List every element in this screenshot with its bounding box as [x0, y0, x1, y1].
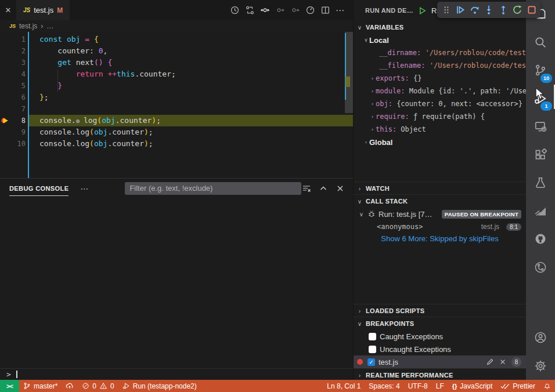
settings-gear-icon[interactable] — [526, 352, 555, 380]
code-line-6[interactable]: 6}; — [0, 92, 353, 103]
code-line-1[interactable]: 1const obj = { — [0, 34, 353, 45]
code-line-4[interactable]: 4 return ++this.counter; — [0, 68, 353, 80]
notifications-bell-icon[interactable] — [539, 380, 555, 392]
continue-alt-icon[interactable] — [290, 5, 300, 15]
maximize-panel-icon[interactable] — [319, 184, 328, 193]
open-changes-icon[interactable] — [245, 5, 255, 15]
gutter-3[interactable]: 3 — [0, 57, 28, 68]
timeline-history-icon[interactable] — [230, 5, 240, 15]
gutter-9[interactable]: 9 — [0, 126, 28, 138]
debug-console-input[interactable]: > — [0, 368, 353, 380]
problems-item[interactable]: 0 0 — [78, 380, 118, 392]
gutter-10[interactable]: 10 — [0, 138, 28, 150]
code-line-5[interactable]: 5 } — [0, 80, 353, 92]
remote-explorer-icon[interactable] — [526, 112, 555, 141]
breakpoint-row-Uncaught Exceptions[interactable]: Uncaught Exceptions — [354, 343, 526, 355]
show-more-link[interactable]: Show 6 More: Skipped by skipFiles — [354, 233, 526, 245]
start-debug-icon[interactable] — [418, 6, 427, 15]
gutter-8[interactable]: 8 — [0, 115, 28, 126]
breakpoint-checkbox[interactable]: ✓ — [367, 358, 375, 366]
variable-row-require[interactable]: ›require: ƒ require(path) { — [354, 110, 526, 123]
scrollbar-slider[interactable] — [345, 32, 353, 113]
formatter-item[interactable]: Prettier — [496, 380, 539, 392]
code-editor[interactable]: 1const obj = {2 counter: 0,3 get next() … — [0, 32, 353, 178]
variable-name: Global — [369, 138, 392, 147]
breakpoints-header[interactable]: ∨ BREAKPOINTS — [354, 317, 526, 330]
breadcrumb[interactable]: JS test.js › … — [0, 20, 353, 32]
breakpoint-row-test.js[interactable]: ✓test.js8 — [354, 355, 526, 368]
variable-row-__filename[interactable]: __filename: '/Users/roblou/code/testap… — [354, 59, 526, 72]
code-line-8[interactable]: 8console.● log(obj.counter); — [0, 115, 353, 126]
source-control-icon[interactable]: 10 — [526, 56, 555, 85]
eol-item[interactable]: LF — [432, 380, 448, 392]
step-over-icon[interactable] — [470, 5, 480, 15]
code-line-10[interactable]: 10console.log(obj.counter); — [0, 138, 353, 150]
filter-input[interactable] — [125, 182, 301, 195]
github-icon[interactable] — [526, 225, 555, 253]
debug-console-output[interactable] — [0, 198, 353, 368]
search-icon[interactable] — [526, 28, 555, 57]
step-into-icon[interactable] — [484, 5, 494, 15]
encoding-item[interactable]: UTF-8 — [404, 380, 432, 392]
split-editor-icon[interactable] — [320, 5, 330, 15]
edit-breakpoint-icon[interactable] — [486, 358, 494, 366]
more-actions-icon[interactable]: ⋯ — [336, 5, 345, 16]
sync-changes-item[interactable] — [62, 380, 78, 392]
restart-icon[interactable] — [512, 5, 522, 15]
toolbar-drag-handle[interactable] — [441, 5, 452, 15]
tab-debug-console[interactable]: DEBUG CONSOLE — [9, 180, 69, 196]
extensions-icon[interactable] — [526, 141, 555, 169]
code-line-9[interactable]: 9console.log(obj.counter); — [0, 126, 353, 138]
variable-row-exports[interactable]: ›exports: {} — [354, 72, 526, 85]
gutter-7[interactable]: 7 — [0, 103, 28, 115]
git-branch-item[interactable]: master* — [19, 380, 62, 392]
variable-row-this[interactable]: ›this: Object — [354, 123, 526, 136]
gutter-5[interactable]: 5 — [0, 80, 28, 92]
call-stack-section-header[interactable]: ∨ CALL STACK — [354, 194, 526, 208]
testing-beaker-icon[interactable] — [526, 169, 555, 197]
code-line-2[interactable]: 2 counter: 0, — [0, 45, 353, 57]
triangle-extension-icon[interactable] — [526, 197, 555, 226]
watch-section-header[interactable]: › WATCH — [354, 182, 526, 195]
editor-scrollbar[interactable] — [345, 32, 353, 178]
variable-row-obj[interactable]: ›obj: {counter: 0, next: <accessor>} — [354, 97, 526, 110]
code-line-3[interactable]: 3 get next() { — [0, 57, 353, 68]
accounts-icon[interactable] — [526, 324, 555, 352]
remote-indicator[interactable]: >< — [0, 380, 19, 392]
profile-icon[interactable] — [305, 5, 315, 15]
stop-icon[interactable] — [527, 5, 537, 15]
code-line-7[interactable]: 7 — [0, 103, 353, 115]
gutter-2[interactable]: 2 — [0, 45, 28, 57]
variable-row-Local[interactable]: ∨Local — [354, 34, 526, 46]
stack-frame-row[interactable]: <anonymous> test.js 8:1 — [354, 220, 526, 233]
gutter-4[interactable]: 4 — [0, 68, 28, 80]
language-item[interactable]: {} JavaScript — [448, 380, 497, 392]
step-back-icon[interactable] — [260, 5, 270, 15]
breakpoint-checkbox[interactable] — [369, 333, 376, 340]
tab-testjs[interactable]: JS test.js M — [16, 0, 70, 20]
variables-section-header[interactable]: ∨ VARIABLES — [354, 21, 526, 34]
breadcrumb-symbol[interactable]: … — [46, 22, 53, 30]
continue-icon[interactable] — [455, 5, 466, 15]
close-icon[interactable]: ✕ — [0, 6, 16, 14]
close-panel-icon[interactable] — [336, 184, 345, 193]
variable-row-Global[interactable]: ›Global — [354, 136, 526, 148]
breakpoint-row-Caught Exceptions[interactable]: Caught Exceptions — [354, 330, 526, 343]
breakpoint-checkbox[interactable] — [369, 346, 376, 353]
step-out-icon[interactable] — [498, 5, 509, 15]
indentation-item[interactable]: Spaces: 4 — [365, 380, 403, 392]
run-task-item[interactable]: Run (testapp-node2) — [118, 380, 201, 392]
reverse-continue-icon[interactable] — [275, 5, 285, 15]
clear-console-icon[interactable] — [302, 184, 311, 193]
loaded-scripts-header[interactable]: › LOADED SCRIPTS — [354, 304, 526, 317]
remove-breakpoint-icon[interactable] — [499, 358, 506, 365]
panel-more-tabs-icon[interactable]: ⋯ — [80, 184, 89, 193]
breadcrumb-file[interactable]: test.js — [19, 22, 37, 30]
gutter-1[interactable]: 1 — [0, 34, 28, 45]
debug-session-row[interactable]: ∨ Run: test.js [7… PAUSED ON BREAKPOINT — [354, 208, 526, 220]
github-pr-icon[interactable] — [526, 253, 555, 282]
variable-row-__dirname[interactable]: __dirname: '/Users/roblou/code/testapp… — [354, 46, 526, 59]
cursor-position-item[interactable]: Ln 8, Col 1 — [323, 380, 365, 392]
variable-row-module[interactable]: ›module: Module {id: '.', path: '/Users… — [354, 85, 526, 97]
gutter-6[interactable]: 6 — [0, 92, 28, 103]
